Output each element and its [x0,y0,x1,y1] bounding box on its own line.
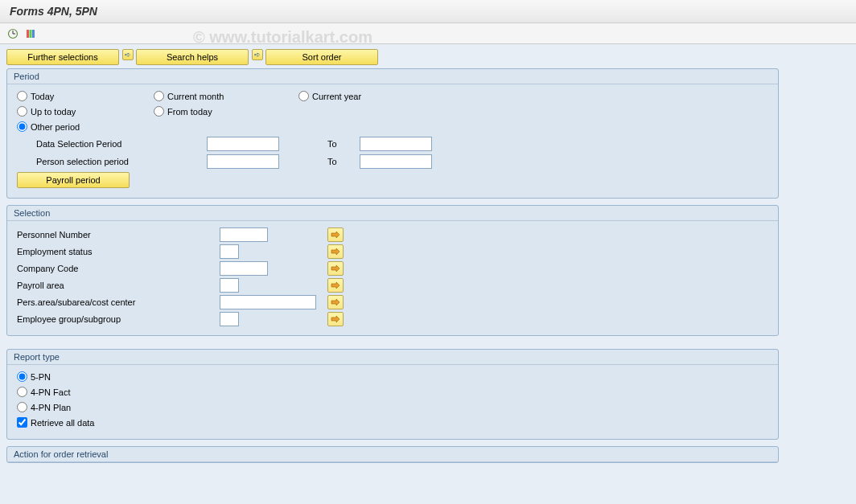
multiple-selection-icon[interactable] [327,227,344,242]
period-title: Period [7,69,778,84]
search-helps-button[interactable]: Search helps [136,49,249,65]
selection-input[interactable] [220,278,239,293]
selection-input[interactable] [220,295,316,309]
selection-label: Employment status [17,247,220,256]
selection-input[interactable] [220,227,268,242]
selection-label: Employee group/subgroup [17,314,220,324]
selection-label: Company Code [17,264,220,273]
data-selection-period-label: Data Selection Period [36,139,207,149]
report-type-title: Report type [7,350,778,365]
to-label: To [327,157,360,166]
radio-current-month[interactable]: Current month [154,91,298,101]
selection-label: Personnel Number [17,230,220,240]
selection-row: Personnel Number [17,227,768,242]
page-title: Forms 4PN, 5PN [0,0,856,23]
to-label: To [327,139,360,149]
title-text: Forms 4PN, 5PN [10,5,97,18]
person-selection-period-label: Person selection period [36,157,207,166]
radio-up-to-today[interactable]: Up to today [17,106,154,117]
radio-today[interactable]: Today [17,91,154,101]
data-selection-from-input[interactable] [207,137,279,151]
selection-input[interactable] [220,261,268,276]
multiple-selection-icon[interactable] [327,261,344,276]
svg-rect-3 [27,30,29,38]
retrieve-all-checkbox[interactable]: Retrieve all data [17,417,95,428]
action-order-retrieval-group: Action for order retrieval [6,446,779,463]
selection-label: Pers.area/subarea/cost center [17,297,220,307]
radio-from-today[interactable]: From today [154,106,298,117]
payroll-period-button[interactable]: Payroll period [17,172,130,188]
radio-5pn[interactable]: 5-PN [17,371,51,382]
toolbar [0,23,856,44]
radio-other-period[interactable]: Other period [17,121,154,132]
selection-input[interactable] [220,244,239,259]
selection-row: Payroll area [17,278,768,293]
radio-current-year[interactable]: Current year [298,91,419,101]
selection-row: Company Code [17,261,768,276]
further-selections-button[interactable]: Further selections [6,49,119,65]
sort-order-button[interactable]: Sort order [265,49,378,65]
action-order-title: Action for order retrieval [7,447,778,462]
variant-icon[interactable] [24,27,37,40]
radio-4pn-plan[interactable]: 4-PN Plan [17,402,71,412]
arrow-right-icon[interactable]: ➪ [252,49,263,60]
radio-4pn-fact[interactable]: 4-PN Fact [17,387,71,397]
multiple-selection-icon[interactable] [327,244,344,259]
person-selection-from-input[interactable] [207,154,279,169]
selection-row: Employment status [17,244,768,259]
person-selection-to-input[interactable] [360,154,432,169]
svg-rect-5 [32,30,35,38]
report-type-group: Report type 5-PN 4-PN Fact 4-PN Plan Ret… [6,349,779,440]
selection-label: Payroll area [17,281,220,290]
arrow-right-icon[interactable]: ➪ [122,49,134,60]
multiple-selection-icon[interactable] [327,278,344,293]
selection-row: Pers.area/subarea/cost center [17,295,768,309]
selection-input[interactable] [220,312,239,326]
multiple-selection-icon[interactable] [327,295,344,309]
main-area: Further selections ➪ Search helps ➪ Sort… [0,44,856,504]
selection-group: Selection Personnel NumberEmployment sta… [6,205,779,336]
multiple-selection-icon[interactable] [327,312,344,326]
data-selection-to-input[interactable] [360,137,432,151]
selection-row: Employee group/subgroup [17,312,768,326]
execute-icon[interactable] [6,27,19,40]
top-button-row: Further selections ➪ Search helps ➪ Sort… [6,49,850,65]
period-group: Period Today Current month Current year … [6,68,779,199]
svg-rect-4 [30,30,32,38]
selection-title: Selection [7,206,778,221]
